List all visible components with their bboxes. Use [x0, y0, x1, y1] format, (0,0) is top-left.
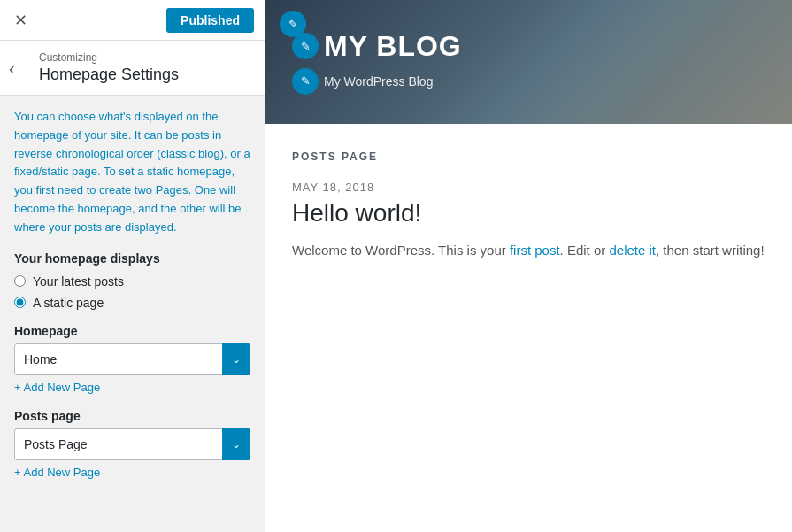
description-text: You can choose what's displayed on the h…: [14, 108, 250, 237]
blog-subtitle: My WordPress Blog: [324, 74, 433, 89]
post-excerpt: Welcome to WordPress. This is your first…: [292, 240, 765, 261]
radio-static-page[interactable]: A static page: [14, 296, 250, 310]
blog-subtitle-row: ✎ My WordPress Blog: [292, 68, 765, 95]
post-excerpt-link-delete[interactable]: delete it: [609, 243, 656, 258]
close-button[interactable]: ✕: [11, 7, 31, 34]
radio-static-label: A static page: [33, 296, 104, 310]
blog-title-pencil-icon: ✎: [301, 40, 311, 53]
radio-static-input[interactable]: [14, 297, 26, 308]
posts-page-label: Posts page: [14, 409, 250, 423]
homepage-displays-label: Your homepage displays: [14, 251, 250, 266]
right-panel: ✎ ✎ MY BLOG ✎ My WordPress Blog POSTS PA…: [265, 0, 792, 532]
blog-subtitle-pencil-icon: ✎: [301, 74, 311, 88]
preview-content: POSTS PAGE MAY 18, 2018 Hello world! Wel…: [265, 124, 792, 288]
homepage-select[interactable]: Home: [14, 343, 250, 375]
top-pencil-wrapper: ✎: [280, 11, 306, 37]
posts-page-heading: POSTS PAGE: [292, 150, 765, 163]
homepage-label: Homepage: [14, 324, 250, 338]
post-excerpt-middle: . Edit or: [560, 243, 610, 258]
blog-subtitle-edit-icon[interactable]: ✎: [292, 68, 319, 95]
post-title: Hello world!: [292, 199, 765, 227]
published-button[interactable]: Published: [166, 8, 254, 33]
top-bar: ✕ Published: [0, 0, 265, 41]
post-excerpt-before: Welcome to WordPress. This is your: [292, 243, 510, 258]
homepage-displays-group: Your homepage displays Your latest posts…: [14, 251, 250, 310]
preview-header: ✎ MY BLOG ✎ My WordPress Blog: [265, 0, 792, 124]
posts-page-field-group: Posts page Posts Page ⌄ + Add New Page: [14, 409, 250, 480]
blog-title-row: ✎ MY BLOG: [292, 30, 765, 63]
posts-page-select[interactable]: Posts Page: [14, 428, 250, 460]
nav-header: ‹ Customizing Homepage Settings: [0, 41, 265, 96]
blog-title: MY BLOG: [324, 30, 462, 63]
section-title: Homepage Settings: [39, 66, 250, 84]
radio-latest-input[interactable]: [14, 275, 26, 287]
radio-latest-posts[interactable]: Your latest posts: [14, 274, 250, 289]
left-panel: ✕ Published ‹ Customizing Homepage Setti…: [0, 0, 265, 532]
homepage-field-group: Homepage Home ⌄ + Add New Page: [14, 324, 250, 395]
top-edit-pencil-icon: ✎: [288, 18, 298, 31]
posts-page-select-wrapper: Posts Page ⌄: [14, 428, 250, 460]
radio-group: Your latest posts A static page: [14, 274, 250, 310]
homepage-add-page-link[interactable]: + Add New Page: [14, 381, 100, 394]
posts-page-add-page-link[interactable]: + Add New Page: [14, 466, 100, 479]
post-date: MAY 18, 2018: [292, 181, 765, 194]
top-edit-icon[interactable]: ✎: [280, 11, 306, 37]
back-button[interactable]: ‹: [9, 59, 15, 77]
radio-latest-label: Your latest posts: [33, 274, 124, 289]
homepage-select-wrapper: Home ⌄: [14, 343, 250, 375]
post-excerpt-link-first[interactable]: first post: [510, 243, 560, 258]
panel-content: You can choose what's displayed on the h…: [0, 96, 265, 532]
post-excerpt-after: , then start writing!: [656, 243, 765, 258]
customizing-label: Customizing: [39, 51, 250, 64]
